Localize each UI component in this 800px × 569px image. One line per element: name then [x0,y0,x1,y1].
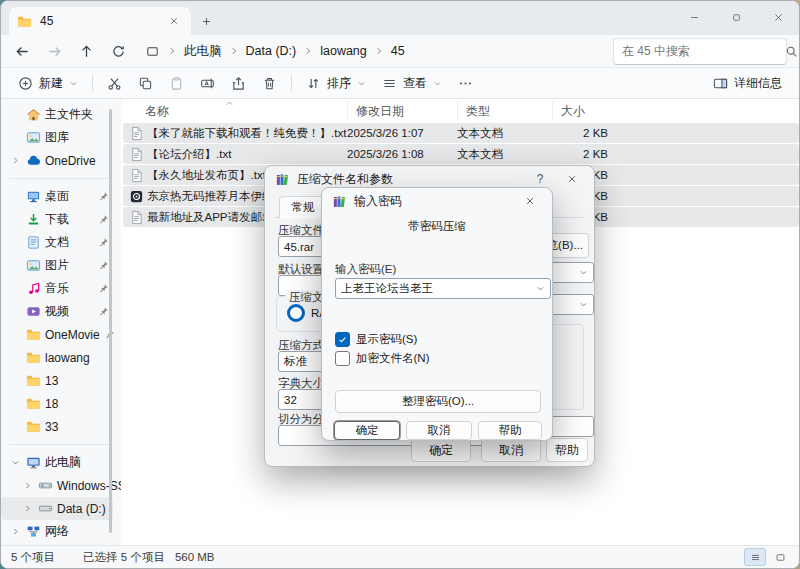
sidebar-item-videos[interactable]: 视频 [1,300,121,323]
chevron-right-icon[interactable] [21,502,34,515]
close-icon[interactable] [518,191,542,211]
paste-button[interactable] [162,70,191,96]
rename-button[interactable] [193,70,222,96]
copy-button[interactable] [131,70,160,96]
sidebar-item-windows-ssd[interactable]: Windows-SSD [1,474,121,497]
refresh-button[interactable] [103,37,133,65]
sidebar-item-18[interactable]: 18 [1,392,121,415]
music-icon [26,281,41,296]
cut-button[interactable] [100,70,129,96]
column-header-size[interactable]: 大小 [552,101,614,121]
sidebar-item-label: Data (D:) [57,502,106,516]
details-view-toggle[interactable] [744,548,766,566]
sidebar-item-home[interactable]: 主文件夹 [1,103,121,126]
banner-text: 带密码压缩 [322,219,552,234]
sidebar-item-downloads[interactable]: 下载 [1,208,121,231]
sidebar-item-label: 音乐 [45,280,69,297]
sidebar-item-desktop[interactable]: 桌面 [1,185,121,208]
new-button[interactable]: 新建 [11,70,85,96]
forward-button[interactable] [39,37,69,65]
back-button[interactable] [7,37,37,65]
cancel-button[interactable]: 取消 [406,421,472,440]
icons-view-toggle[interactable] [769,548,791,566]
folder-icon [17,14,32,29]
close-button[interactable] [757,1,799,33]
cancel-button[interactable]: 取消 [481,438,541,462]
sidebar-item-music[interactable]: 音乐 [1,277,121,300]
minimize-button[interactable] [673,1,715,33]
sidebar-item-pictures[interactable]: 图片 [1,254,121,277]
command-bar: 新建 排序 查看 详细信息 [1,67,799,99]
ok-button[interactable]: 确定 [411,438,471,462]
file-date: 2025/3/26 1:07 [347,127,457,139]
search-icon [785,45,798,58]
breadcrumb: 此电脑 Data (D:) laowang 45 [135,37,611,65]
password-combo[interactable] [335,278,551,299]
sidebar-item-label: 下载 [45,211,69,228]
sort-ascending-icon [225,99,234,108]
this-pc-icon [26,455,41,470]
explorer-tab[interactable]: 45 [9,7,191,35]
sidebar-item-onedrive[interactable]: OneDrive [1,149,121,172]
sidebar-item-label: 主文件夹 [45,106,93,123]
file-type: 文本文档 [457,126,552,141]
sidebar-item-data-d[interactable]: Data (D:) [1,497,113,520]
more-options-button[interactable] [451,70,480,96]
chevron-right-icon[interactable] [21,479,34,492]
password-input-label: 输入密码(E) [335,262,396,277]
column-header-date[interactable]: 修改日期 [347,101,457,121]
sidebar-item-laowang[interactable]: laowang [1,346,121,369]
column-header-name[interactable]: 名称 [123,101,347,121]
breadcrumb-item[interactable]: Data (D:) [246,44,297,58]
navigation-bar: 此电脑 Data (D:) laowang 45 [1,35,799,67]
sidebar-item-documents[interactable]: 文档 [1,231,121,254]
sidebar-item-network[interactable]: 网络 [1,520,121,543]
organize-passwords-button[interactable]: 整理密码(O)... [335,390,541,413]
window-controls [673,1,799,35]
chevron-down-icon[interactable] [9,456,22,469]
documents-icon [26,235,41,250]
sidebar-item-label: 图库 [45,129,69,146]
details-pane-button[interactable]: 详细信息 [706,70,789,96]
help-button[interactable]: 帮助 [478,421,542,440]
file-name: 【论坛介绍】.txt [147,147,347,162]
breadcrumb-item[interactable]: 此电脑 [184,43,222,60]
password-input[interactable] [341,283,536,295]
help-button[interactable]: 帮助 [546,438,588,462]
file-row[interactable]: 【来了就能下载和观看！纯免费！】.txt 2025/3/26 1:07 文本文档… [123,123,799,143]
chevron-right-icon[interactable] [9,154,22,167]
search-box[interactable] [613,38,787,65]
sidebar-item-this-pc[interactable]: 此电脑 [1,451,121,474]
sort-button[interactable]: 排序 [299,70,373,96]
windows-drive-icon [38,478,53,493]
this-pc-icon [145,44,160,59]
new-tab-button[interactable] [191,7,221,35]
search-input[interactable] [614,44,785,58]
show-password-checkbox[interactable]: 显示密码(S) [335,332,417,347]
encrypt-filenames-checkbox[interactable]: 加密文件名(N) [335,351,429,366]
sidebar-item-onemovie[interactable]: OneMovie [1,323,121,346]
chevron-right-icon [229,46,239,56]
help-button[interactable]: ? [529,172,551,186]
breadcrumb-item[interactable]: laowang [320,44,367,58]
chevron-right-icon[interactable] [9,525,22,538]
dialog-titlebar: 输入密码 [322,188,552,214]
view-button[interactable]: 查看 [375,70,449,96]
tab-general[interactable]: 常规 [279,196,327,219]
maximize-button[interactable] [715,1,757,33]
file-row[interactable]: 【论坛介绍】.txt 2025/3/26 1:08 文本文档 2 KB [123,144,799,164]
sidebar-item-label: OneMovie [45,328,100,342]
delete-button[interactable] [255,70,284,96]
sidebar-item-13[interactable]: 13 [1,369,121,392]
tab-close-icon[interactable] [165,12,183,30]
ok-button[interactable]: 确定 [334,421,400,440]
sidebar-item-gallery[interactable]: 图库 [1,126,121,149]
share-button[interactable] [224,70,253,96]
text-file-icon [129,168,144,183]
sidebar-item-33[interactable]: 33 [1,415,121,438]
up-button[interactable] [71,37,101,65]
sort-label: 排序 [327,75,351,92]
breadcrumb-item[interactable]: 45 [391,44,405,58]
column-header-type[interactable]: 类型 [457,101,552,121]
close-icon[interactable] [560,169,584,189]
